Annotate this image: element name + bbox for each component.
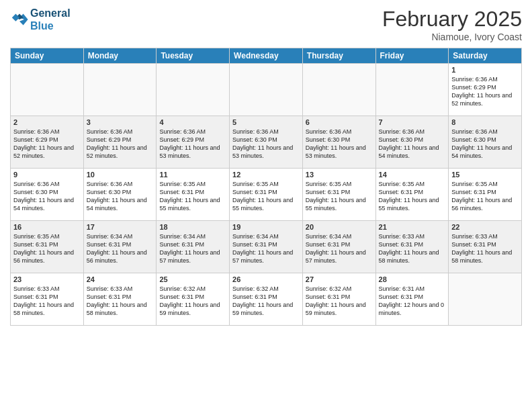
table-row: [157, 64, 230, 116]
day-info: Sunrise: 6:34 AM Sunset: 6:31 PM Dayligh…: [159, 232, 226, 265]
day-number: 26: [232, 275, 300, 283]
logo: General Blue: [10, 7, 71, 32]
col-thursday: Thursday: [302, 48, 375, 64]
day-info: Sunrise: 6:35 AM Sunset: 6:31 PM Dayligh…: [232, 180, 300, 213]
table-row: 25Sunrise: 6:32 AM Sunset: 6:31 PM Dayli…: [157, 273, 230, 326]
table-row: [230, 64, 303, 116]
day-info: Sunrise: 6:33 AM Sunset: 6:31 PM Dayligh…: [13, 285, 81, 318]
day-info: Sunrise: 6:35 AM Sunset: 6:31 PM Dayligh…: [379, 180, 446, 213]
day-info: Sunrise: 6:36 AM Sunset: 6:30 PM Dayligh…: [13, 180, 81, 213]
day-number: 15: [451, 171, 519, 179]
day-number: 10: [87, 171, 154, 179]
day-number: 27: [306, 275, 373, 283]
day-number: 16: [13, 223, 81, 231]
day-info: Sunrise: 6:33 AM Sunset: 6:31 PM Dayligh…: [379, 232, 446, 265]
table-row: 18Sunrise: 6:34 AM Sunset: 6:31 PM Dayli…: [157, 221, 230, 273]
header: General Blue February 2025 Niamoue, Ivor…: [10, 7, 522, 42]
day-number: 24: [87, 275, 154, 283]
calendar-week-row: 1Sunrise: 6:36 AM Sunset: 6:29 PM Daylig…: [11, 64, 522, 116]
day-info: Sunrise: 6:36 AM Sunset: 6:29 PM Dayligh…: [87, 128, 154, 161]
col-wednesday: Wednesday: [230, 48, 303, 64]
table-row: 8Sunrise: 6:36 AM Sunset: 6:30 PM Daylig…: [449, 116, 522, 169]
col-saturday: Saturday: [449, 48, 522, 64]
day-number: 6: [306, 118, 373, 126]
page: General Blue February 2025 Niamoue, Ivor…: [0, 0, 532, 411]
day-number: 13: [306, 171, 373, 179]
table-row: 13Sunrise: 6:35 AM Sunset: 6:31 PM Dayli…: [302, 169, 375, 221]
table-row: 6Sunrise: 6:36 AM Sunset: 6:30 PM Daylig…: [302, 116, 375, 169]
day-info: Sunrise: 6:33 AM Sunset: 6:31 PM Dayligh…: [451, 232, 519, 265]
col-sunday: Sunday: [11, 48, 84, 64]
day-info: Sunrise: 6:34 AM Sunset: 6:31 PM Dayligh…: [87, 232, 154, 265]
table-row: [11, 64, 84, 116]
table-row: 1Sunrise: 6:36 AM Sunset: 6:29 PM Daylig…: [449, 64, 522, 116]
table-row: 11Sunrise: 6:35 AM Sunset: 6:31 PM Dayli…: [157, 169, 230, 221]
calendar-week-row: 2Sunrise: 6:36 AM Sunset: 6:29 PM Daylig…: [11, 116, 522, 169]
day-info: Sunrise: 6:31 AM Sunset: 6:31 PM Dayligh…: [379, 285, 446, 318]
title-block: February 2025 Niamoue, Ivory Coast: [382, 7, 522, 42]
table-row: 17Sunrise: 6:34 AM Sunset: 6:31 PM Dayli…: [83, 221, 157, 273]
location-subtitle: Niamoue, Ivory Coast: [382, 32, 522, 42]
table-row: 14Sunrise: 6:35 AM Sunset: 6:31 PM Dayli…: [375, 169, 449, 221]
day-info: Sunrise: 6:35 AM Sunset: 6:31 PM Dayligh…: [159, 180, 226, 213]
day-number: 20: [306, 223, 373, 231]
calendar-week-row: 9Sunrise: 6:36 AM Sunset: 6:30 PM Daylig…: [11, 169, 522, 221]
day-number: 28: [379, 275, 446, 283]
table-row: 21Sunrise: 6:33 AM Sunset: 6:31 PM Dayli…: [375, 221, 449, 273]
table-row: [375, 64, 449, 116]
day-number: 23: [13, 275, 81, 283]
day-info: Sunrise: 6:36 AM Sunset: 6:30 PM Dayligh…: [451, 128, 519, 161]
day-number: 25: [159, 275, 226, 283]
day-number: 19: [232, 223, 300, 231]
table-row: [83, 64, 157, 116]
table-row: 22Sunrise: 6:33 AM Sunset: 6:31 PM Dayli…: [449, 221, 522, 273]
table-row: [302, 64, 375, 116]
day-info: Sunrise: 6:36 AM Sunset: 6:30 PM Dayligh…: [232, 128, 300, 161]
day-number: 22: [451, 223, 519, 231]
day-info: Sunrise: 6:32 AM Sunset: 6:31 PM Dayligh…: [306, 285, 373, 318]
table-row: 19Sunrise: 6:34 AM Sunset: 6:31 PM Dayli…: [230, 221, 303, 273]
day-number: 2: [13, 118, 81, 126]
table-row: 16Sunrise: 6:35 AM Sunset: 6:31 PM Dayli…: [11, 221, 84, 273]
logo-icon: [10, 10, 29, 29]
day-number: 21: [379, 223, 446, 231]
day-info: Sunrise: 6:35 AM Sunset: 6:31 PM Dayligh…: [13, 232, 81, 265]
calendar-week-row: 16Sunrise: 6:35 AM Sunset: 6:31 PM Dayli…: [11, 221, 522, 273]
logo-text: General Blue: [30, 7, 71, 32]
table-row: [449, 273, 522, 326]
day-info: Sunrise: 6:33 AM Sunset: 6:31 PM Dayligh…: [87, 285, 154, 318]
day-info: Sunrise: 6:35 AM Sunset: 6:31 PM Dayligh…: [451, 180, 519, 213]
table-row: 7Sunrise: 6:36 AM Sunset: 6:30 PM Daylig…: [375, 116, 449, 169]
table-row: 5Sunrise: 6:36 AM Sunset: 6:30 PM Daylig…: [230, 116, 303, 169]
table-row: 12Sunrise: 6:35 AM Sunset: 6:31 PM Dayli…: [230, 169, 303, 221]
table-row: 2Sunrise: 6:36 AM Sunset: 6:29 PM Daylig…: [11, 116, 84, 169]
col-friday: Friday: [375, 48, 449, 64]
month-title: February 2025: [382, 7, 522, 32]
day-number: 7: [379, 118, 446, 126]
day-info: Sunrise: 6:35 AM Sunset: 6:31 PM Dayligh…: [306, 180, 373, 213]
table-row: 24Sunrise: 6:33 AM Sunset: 6:31 PM Dayli…: [83, 273, 157, 326]
table-row: 10Sunrise: 6:36 AM Sunset: 6:30 PM Dayli…: [83, 169, 157, 221]
day-number: 9: [13, 171, 81, 179]
col-monday: Monday: [83, 48, 157, 64]
table-row: 20Sunrise: 6:34 AM Sunset: 6:31 PM Dayli…: [302, 221, 375, 273]
day-info: Sunrise: 6:36 AM Sunset: 6:29 PM Dayligh…: [159, 128, 226, 161]
day-info: Sunrise: 6:32 AM Sunset: 6:31 PM Dayligh…: [159, 285, 226, 318]
table-row: 28Sunrise: 6:31 AM Sunset: 6:31 PM Dayli…: [375, 273, 449, 326]
day-number: 8: [451, 118, 519, 126]
calendar-week-row: 23Sunrise: 6:33 AM Sunset: 6:31 PM Dayli…: [11, 273, 522, 326]
day-number: 18: [159, 223, 226, 231]
day-number: 14: [379, 171, 446, 179]
day-info: Sunrise: 6:36 AM Sunset: 6:29 PM Dayligh…: [13, 128, 81, 161]
col-tuesday: Tuesday: [157, 48, 230, 64]
table-row: 27Sunrise: 6:32 AM Sunset: 6:31 PM Dayli…: [302, 273, 375, 326]
day-number: 3: [87, 118, 154, 126]
day-info: Sunrise: 6:36 AM Sunset: 6:30 PM Dayligh…: [306, 128, 373, 161]
day-number: 1: [451, 66, 519, 74]
day-info: Sunrise: 6:34 AM Sunset: 6:31 PM Dayligh…: [232, 232, 300, 265]
day-info: Sunrise: 6:36 AM Sunset: 6:29 PM Dayligh…: [451, 75, 519, 108]
table-row: 23Sunrise: 6:33 AM Sunset: 6:31 PM Dayli…: [11, 273, 84, 326]
day-number: 5: [232, 118, 300, 126]
day-info: Sunrise: 6:36 AM Sunset: 6:30 PM Dayligh…: [379, 128, 446, 161]
day-info: Sunrise: 6:34 AM Sunset: 6:31 PM Dayligh…: [306, 232, 373, 265]
